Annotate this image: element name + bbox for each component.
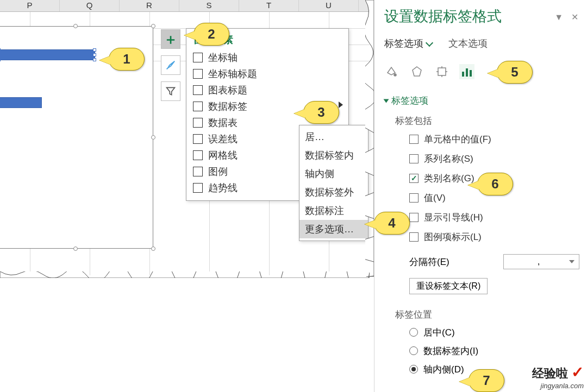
panel-tabs: 标签选项 文本选项: [384, 37, 579, 50]
checkbox-icon: [193, 150, 203, 160]
checkbox-icon: ✓: [409, 174, 419, 183]
size-properties-icon[interactable]: [434, 64, 449, 79]
col-header[interactable]: T: [239, 0, 299, 11]
separator-row: 分隔符(E) ,: [409, 254, 579, 269]
checkbox-label: 值(V): [424, 192, 446, 204]
format-data-labels-panel: 设置数据标签格式 ▼ ✕ 标签选项 文本选项 标签选项 标签包括 单元格中的值(…: [374, 0, 587, 392]
annotation-callout: 1: [109, 48, 145, 71]
submenu-item-center[interactable]: 居…: [299, 128, 368, 146]
resize-handle[interactable]: [151, 24, 155, 28]
resize-handle[interactable]: [73, 24, 78, 28]
checkbox-label: 显示引导线(H): [424, 211, 483, 224]
chart-bar[interactable]: [0, 49, 95, 60]
flyout-label: 数据表: [208, 116, 238, 129]
tab-label: 标签选项: [384, 37, 423, 50]
submenu-item-inside-end[interactable]: 数据标签内: [299, 146, 368, 165]
tab-text-options[interactable]: 文本选项: [448, 37, 488, 50]
watermark-url: jingyanla.com: [532, 382, 584, 390]
fill-line-icon[interactable]: [384, 64, 399, 79]
chart-side-buttons: ＋: [161, 29, 180, 108]
col-header[interactable]: R: [120, 0, 179, 11]
funnel-icon: [165, 86, 176, 97]
checkbox-icon: [193, 134, 203, 144]
radio-center[interactable]: 居中(C): [409, 323, 579, 342]
flyout-item-axes[interactable]: 坐标轴: [193, 49, 346, 66]
brush-icon: [165, 59, 177, 71]
separator-select[interactable]: ,: [503, 254, 579, 269]
radio-icon: [409, 346, 418, 355]
checkbox-icon: [409, 193, 419, 203]
radio-label: 居中(C): [423, 326, 455, 339]
checkbox-icon: [193, 53, 203, 62]
data-labels-submenu: 居… 数据标签内 轴内侧 数据标签外 数据标注 更多选项…: [299, 125, 369, 241]
spreadsheet-area: P Q R S T U ＋ 图表元素 坐标轴 坐标轴标题: [0, 0, 370, 277]
flyout-label: 坐标轴标题: [208, 67, 257, 80]
checkbox-icon: [193, 85, 203, 95]
triangle-down-icon: [384, 99, 389, 103]
reset-label-text-button[interactable]: 重设标签文本(R): [409, 278, 488, 294]
chart-elements-button[interactable]: ＋: [161, 29, 180, 49]
panel-menu-icon[interactable]: ▼ ✕: [554, 12, 579, 22]
section-title[interactable]: 标签选项: [384, 94, 428, 107]
svg-rect-3: [462, 72, 464, 77]
checkbox-icon: [193, 183, 203, 193]
annotation-callout: 4: [374, 212, 410, 235]
checkbox-cell-value[interactable]: 单元格中的值(F): [409, 129, 579, 149]
chevron-right-icon: [339, 102, 343, 108]
labels-include-label: 标签包括: [395, 115, 579, 127]
checkbox-icon: [409, 213, 419, 222]
checkbox-icon: [409, 232, 419, 242]
submenu-item-data-callout[interactable]: 数据标注: [299, 201, 368, 220]
resize-handle[interactable]: [73, 246, 78, 251]
flyout-label: 误差线: [208, 132, 238, 146]
chart-bar[interactable]: [0, 97, 42, 108]
radio-label: 轴内侧(D): [423, 363, 464, 376]
radio-icon: [409, 328, 418, 337]
check-icon: ✓: [571, 364, 584, 381]
chart-filter-button[interactable]: [161, 81, 180, 101]
flyout-label: 图例: [208, 165, 228, 178]
checkbox-series-name[interactable]: 系列名称(S): [409, 149, 579, 168]
panel-section-label-options: 标签选项 标签包括 单元格中的值(F) 系列名称(S) ✓类别名称(G) 值(V…: [384, 94, 579, 378]
submenu-item-outside-end[interactable]: 数据标签外: [299, 183, 368, 201]
plus-icon: ＋: [164, 30, 178, 49]
checkbox-icon: [193, 69, 203, 79]
checkbox-icon: [193, 167, 203, 176]
checkbox-label: 类别名称(G): [424, 172, 474, 185]
checkbox-label: 单元格中的值(F): [424, 133, 491, 146]
chart-styles-button[interactable]: [161, 55, 180, 75]
submenu-item-more-options[interactable]: 更多选项…: [299, 220, 368, 238]
checkbox-leader-lines[interactable]: 显示引导线(H): [409, 207, 579, 227]
col-header[interactable]: P: [0, 0, 60, 11]
radio-label: 数据标签内(I): [423, 345, 478, 357]
col-header[interactable]: Q: [60, 0, 120, 11]
radio-icon: [409, 365, 418, 374]
col-header[interactable]: S: [179, 0, 239, 11]
radio-inside-end[interactable]: 数据标签内(I): [409, 342, 579, 360]
svg-rect-2: [438, 68, 446, 75]
annotation-callout: 2: [193, 23, 229, 46]
flyout-item-axis-titles[interactable]: 坐标轴标题: [193, 66, 346, 82]
watermark: 经验啦 ✓ jingyanla.com: [532, 363, 584, 390]
submenu-item-inside-base[interactable]: 轴内侧: [299, 165, 368, 183]
col-header[interactable]: U: [299, 0, 359, 11]
label-position-label: 标签位置: [395, 308, 579, 321]
checkbox-legend-key[interactable]: 图例项标示(L): [409, 227, 579, 246]
effects-icon[interactable]: [409, 64, 424, 79]
flyout-label: 坐标轴: [208, 51, 238, 64]
checkbox-icon: [193, 118, 203, 128]
checkbox-icon: [193, 102, 203, 111]
flyout-item-chart-title[interactable]: 图表标题: [193, 82, 346, 98]
section-title-text: 标签选项: [391, 94, 428, 107]
tab-label-options[interactable]: 标签选项: [384, 37, 432, 50]
panel-category-icons: [384, 64, 579, 79]
separator-value: ,: [508, 256, 569, 267]
flyout-label: 图表标题: [208, 84, 247, 97]
annotation-callout: 3: [303, 101, 339, 124]
resize-handle[interactable]: [151, 246, 155, 251]
label-options-icon[interactable]: [459, 64, 474, 79]
checkbox-label: 图例项标示(L): [424, 231, 482, 243]
flyout-label: 数据标签: [208, 100, 247, 113]
resize-handle[interactable]: [151, 135, 155, 140]
svg-rect-4: [466, 68, 468, 77]
